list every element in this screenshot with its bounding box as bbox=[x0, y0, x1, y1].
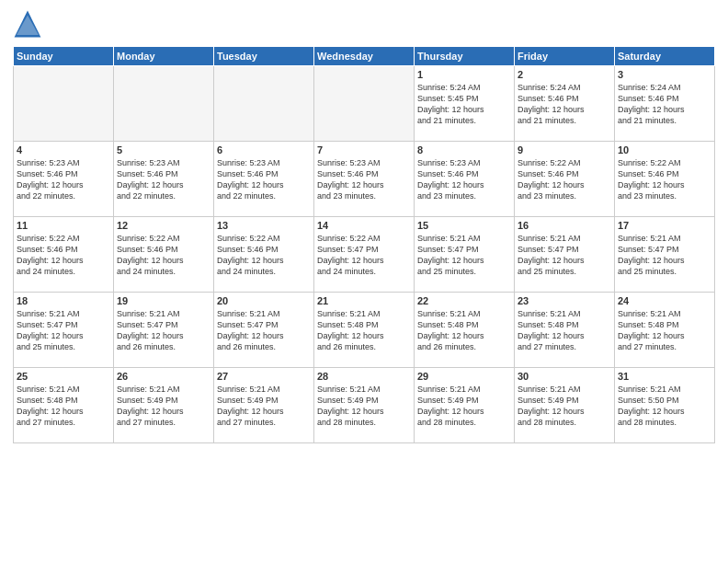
day-number: 31 bbox=[618, 371, 711, 382]
calendar-cell: 3Sunrise: 5:24 AM Sunset: 5:46 PM Daylig… bbox=[615, 66, 715, 142]
header bbox=[13, 9, 715, 39]
day-number: 2 bbox=[518, 69, 611, 80]
calendar-cell: 16Sunrise: 5:21 AM Sunset: 5:47 PM Dayli… bbox=[515, 217, 615, 293]
calendar-cell: 12Sunrise: 5:22 AM Sunset: 5:46 PM Dayli… bbox=[114, 217, 214, 293]
day-number: 20 bbox=[217, 295, 311, 306]
calendar-cell: 26Sunrise: 5:21 AM Sunset: 5:49 PM Dayli… bbox=[114, 368, 214, 443]
weekday-header-thursday: Thursday bbox=[415, 47, 515, 66]
day-info: Sunrise: 5:21 AM Sunset: 5:49 PM Dayligh… bbox=[117, 384, 210, 429]
calendar-cell: 27Sunrise: 5:21 AM Sunset: 5:49 PM Dayli… bbox=[214, 368, 314, 443]
day-number: 29 bbox=[417, 371, 511, 382]
calendar-cell: 17Sunrise: 5:21 AM Sunset: 5:47 PM Dayli… bbox=[615, 217, 715, 293]
calendar-cell: 5Sunrise: 5:23 AM Sunset: 5:46 PM Daylig… bbox=[114, 142, 214, 217]
weekday-header-friday: Friday bbox=[515, 47, 615, 66]
calendar-cell: 24Sunrise: 5:21 AM Sunset: 5:48 PM Dayli… bbox=[615, 293, 715, 368]
day-number: 10 bbox=[618, 144, 711, 155]
day-info: Sunrise: 5:24 AM Sunset: 5:45 PM Dayligh… bbox=[417, 82, 511, 127]
day-info: Sunrise: 5:23 AM Sunset: 5:46 PM Dayligh… bbox=[17, 157, 110, 202]
day-info: Sunrise: 5:21 AM Sunset: 5:48 PM Dayligh… bbox=[17, 384, 110, 429]
day-info: Sunrise: 5:21 AM Sunset: 5:49 PM Dayligh… bbox=[317, 384, 411, 429]
day-info: Sunrise: 5:21 AM Sunset: 5:48 PM Dayligh… bbox=[417, 308, 511, 353]
day-info: Sunrise: 5:21 AM Sunset: 5:48 PM Dayligh… bbox=[518, 308, 611, 353]
calendar-week-row: 1Sunrise: 5:24 AM Sunset: 5:45 PM Daylig… bbox=[14, 66, 715, 142]
day-number: 30 bbox=[518, 371, 611, 382]
day-number: 16 bbox=[518, 220, 611, 231]
day-info: Sunrise: 5:21 AM Sunset: 5:48 PM Dayligh… bbox=[317, 308, 411, 353]
day-number: 17 bbox=[618, 220, 711, 231]
day-info: Sunrise: 5:24 AM Sunset: 5:46 PM Dayligh… bbox=[618, 82, 711, 127]
svg-marker-1 bbox=[17, 15, 39, 35]
day-number: 15 bbox=[417, 220, 511, 231]
calendar-week-row: 11Sunrise: 5:22 AM Sunset: 5:46 PM Dayli… bbox=[14, 217, 715, 293]
day-number: 6 bbox=[217, 144, 311, 155]
logo-icon bbox=[13, 9, 42, 39]
day-info: Sunrise: 5:22 AM Sunset: 5:46 PM Dayligh… bbox=[17, 233, 110, 278]
calendar-cell: 31Sunrise: 5:21 AM Sunset: 5:50 PM Dayli… bbox=[615, 368, 715, 443]
day-number: 7 bbox=[317, 144, 411, 155]
calendar-cell: 14Sunrise: 5:22 AM Sunset: 5:47 PM Dayli… bbox=[314, 217, 415, 293]
day-info: Sunrise: 5:24 AM Sunset: 5:46 PM Dayligh… bbox=[518, 82, 611, 127]
day-info: Sunrise: 5:22 AM Sunset: 5:46 PM Dayligh… bbox=[117, 233, 210, 278]
calendar-cell: 9Sunrise: 5:22 AM Sunset: 5:46 PM Daylig… bbox=[515, 142, 615, 217]
day-number: 4 bbox=[17, 144, 110, 155]
day-info: Sunrise: 5:23 AM Sunset: 5:46 PM Dayligh… bbox=[317, 157, 411, 202]
calendar-cell bbox=[114, 66, 214, 142]
day-number: 18 bbox=[17, 295, 110, 306]
day-number: 22 bbox=[417, 295, 511, 306]
day-info: Sunrise: 5:21 AM Sunset: 5:49 PM Dayligh… bbox=[518, 384, 611, 429]
calendar-cell: 18Sunrise: 5:21 AM Sunset: 5:47 PM Dayli… bbox=[14, 293, 114, 368]
day-number: 21 bbox=[317, 295, 411, 306]
calendar-cell: 30Sunrise: 5:21 AM Sunset: 5:49 PM Dayli… bbox=[515, 368, 615, 443]
day-info: Sunrise: 5:23 AM Sunset: 5:46 PM Dayligh… bbox=[417, 157, 511, 202]
day-info: Sunrise: 5:23 AM Sunset: 5:46 PM Dayligh… bbox=[217, 157, 311, 202]
day-number: 28 bbox=[317, 371, 411, 382]
day-info: Sunrise: 5:22 AM Sunset: 5:46 PM Dayligh… bbox=[217, 233, 311, 278]
calendar-cell: 28Sunrise: 5:21 AM Sunset: 5:49 PM Dayli… bbox=[314, 368, 415, 443]
day-number: 5 bbox=[117, 144, 210, 155]
calendar-cell: 1Sunrise: 5:24 AM Sunset: 5:45 PM Daylig… bbox=[415, 66, 515, 142]
calendar-week-row: 25Sunrise: 5:21 AM Sunset: 5:48 PM Dayli… bbox=[14, 368, 715, 443]
calendar-cell: 29Sunrise: 5:21 AM Sunset: 5:49 PM Dayli… bbox=[415, 368, 515, 443]
day-info: Sunrise: 5:21 AM Sunset: 5:47 PM Dayligh… bbox=[618, 233, 711, 278]
calendar-header-row: SundayMondayTuesdayWednesdayThursdayFrid… bbox=[14, 47, 715, 66]
day-number: 11 bbox=[17, 220, 110, 231]
calendar-cell bbox=[214, 66, 314, 142]
calendar-cell: 21Sunrise: 5:21 AM Sunset: 5:48 PM Dayli… bbox=[314, 293, 415, 368]
calendar-cell: 13Sunrise: 5:22 AM Sunset: 5:46 PM Dayli… bbox=[214, 217, 314, 293]
day-info: Sunrise: 5:22 AM Sunset: 5:46 PM Dayligh… bbox=[518, 157, 611, 202]
day-number: 24 bbox=[618, 295, 711, 306]
calendar-cell: 22Sunrise: 5:21 AM Sunset: 5:48 PM Dayli… bbox=[415, 293, 515, 368]
calendar-cell: 6Sunrise: 5:23 AM Sunset: 5:46 PM Daylig… bbox=[214, 142, 314, 217]
calendar-cell: 11Sunrise: 5:22 AM Sunset: 5:46 PM Dayli… bbox=[14, 217, 114, 293]
day-info: Sunrise: 5:21 AM Sunset: 5:50 PM Dayligh… bbox=[618, 384, 711, 429]
day-info: Sunrise: 5:21 AM Sunset: 5:47 PM Dayligh… bbox=[217, 308, 311, 353]
calendar-table: SundayMondayTuesdayWednesdayThursdayFrid… bbox=[13, 46, 715, 443]
day-info: Sunrise: 5:21 AM Sunset: 5:49 PM Dayligh… bbox=[217, 384, 311, 429]
day-number: 1 bbox=[417, 69, 511, 80]
calendar-cell bbox=[14, 66, 114, 142]
weekday-header-wednesday: Wednesday bbox=[314, 47, 415, 66]
day-info: Sunrise: 5:21 AM Sunset: 5:47 PM Dayligh… bbox=[117, 308, 210, 353]
calendar-cell: 20Sunrise: 5:21 AM Sunset: 5:47 PM Dayli… bbox=[214, 293, 314, 368]
day-number: 19 bbox=[117, 295, 210, 306]
day-info: Sunrise: 5:22 AM Sunset: 5:46 PM Dayligh… bbox=[618, 157, 711, 202]
calendar-cell: 8Sunrise: 5:23 AM Sunset: 5:46 PM Daylig… bbox=[415, 142, 515, 217]
calendar-cell: 23Sunrise: 5:21 AM Sunset: 5:48 PM Dayli… bbox=[515, 293, 615, 368]
day-info: Sunrise: 5:21 AM Sunset: 5:47 PM Dayligh… bbox=[417, 233, 511, 278]
day-info: Sunrise: 5:22 AM Sunset: 5:47 PM Dayligh… bbox=[317, 233, 411, 278]
day-info: Sunrise: 5:21 AM Sunset: 5:48 PM Dayligh… bbox=[618, 308, 711, 353]
day-info: Sunrise: 5:21 AM Sunset: 5:49 PM Dayligh… bbox=[417, 384, 511, 429]
day-number: 8 bbox=[417, 144, 511, 155]
day-number: 26 bbox=[117, 371, 210, 382]
calendar-cell: 4Sunrise: 5:23 AM Sunset: 5:46 PM Daylig… bbox=[14, 142, 114, 217]
calendar-cell: 2Sunrise: 5:24 AM Sunset: 5:46 PM Daylig… bbox=[515, 66, 615, 142]
day-number: 23 bbox=[518, 295, 611, 306]
day-number: 25 bbox=[17, 371, 110, 382]
calendar-week-row: 4Sunrise: 5:23 AM Sunset: 5:46 PM Daylig… bbox=[14, 142, 715, 217]
calendar-cell: 25Sunrise: 5:21 AM Sunset: 5:48 PM Dayli… bbox=[14, 368, 114, 443]
day-number: 3 bbox=[618, 69, 711, 80]
page: SundayMondayTuesdayWednesdayThursdayFrid… bbox=[0, 0, 728, 563]
calendar-cell bbox=[314, 66, 415, 142]
weekday-header-saturday: Saturday bbox=[615, 47, 715, 66]
day-info: Sunrise: 5:21 AM Sunset: 5:47 PM Dayligh… bbox=[17, 308, 110, 353]
